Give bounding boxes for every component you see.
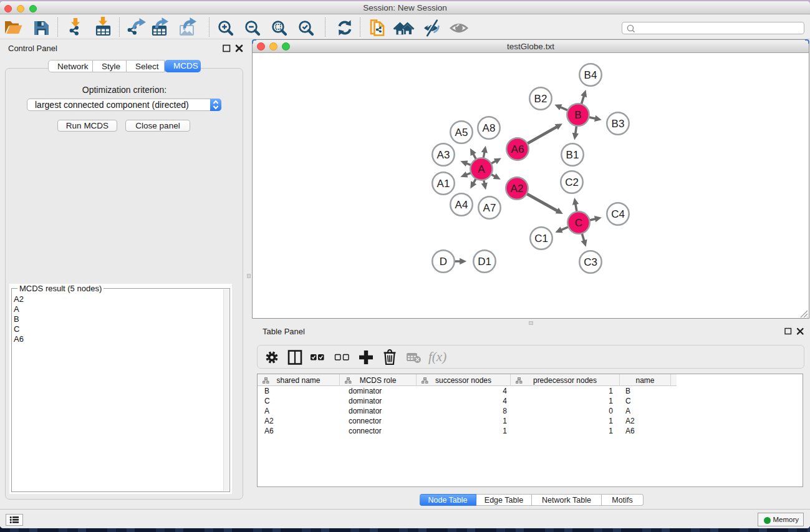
svg-text:C: C — [575, 217, 582, 229]
svg-text:C4: C4 — [611, 208, 625, 220]
svg-text:A2: A2 — [511, 183, 524, 195]
svg-text:f(x): f(x) — [428, 349, 446, 364]
svg-text:A3: A3 — [437, 149, 450, 161]
svg-text:A8: A8 — [483, 122, 496, 134]
svg-text:A1: A1 — [437, 178, 450, 190]
svg-text:D: D — [440, 256, 447, 268]
svg-text:C1: C1 — [534, 233, 548, 244]
svg-text:B2: B2 — [534, 93, 547, 105]
svg-text:A7: A7 — [483, 202, 496, 214]
svg-text:B: B — [574, 109, 581, 121]
svg-text:A4: A4 — [455, 199, 468, 211]
svg-text:C3: C3 — [584, 256, 597, 268]
svg-text:B4: B4 — [584, 69, 597, 81]
svg-text:A5: A5 — [455, 127, 468, 138]
svg-text:B1: B1 — [566, 149, 579, 161]
svg-text:A6: A6 — [511, 143, 524, 155]
svg-text:C2: C2 — [565, 177, 579, 188]
svg-text:D1: D1 — [478, 256, 491, 268]
svg-text:A: A — [478, 163, 485, 175]
svg-text:B3: B3 — [612, 118, 625, 130]
